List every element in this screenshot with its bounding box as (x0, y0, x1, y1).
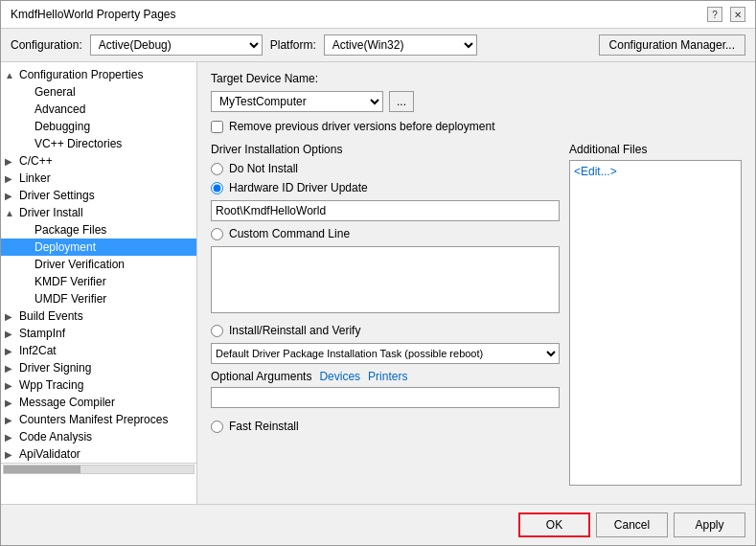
sidebar-item-label: StampInf (19, 327, 65, 340)
expand-icon: ▶ (5, 191, 16, 201)
radio-fast-reinstall-label: Fast Reinstall (229, 420, 299, 433)
sidebar-item-label: Advanced (34, 102, 85, 116)
sidebar-item-label: Linker (19, 171, 51, 185)
radio-custom-command[interactable] (211, 228, 223, 240)
optional-args-row: Optional Arguments Devices Printers (211, 370, 560, 383)
close-button[interactable]: ✕ (730, 7, 745, 22)
optional-args-label: Optional Arguments (211, 370, 311, 383)
sidebar-item-label: KMDF Verifier (34, 275, 106, 288)
sidebar-item-label: Code Analysis (19, 430, 92, 444)
sidebar-item-label: VC++ Directories (34, 137, 122, 150)
sidebar-item-message-compiler[interactable]: ▶ Message Compiler (1, 394, 196, 411)
sidebar-item-label: Deployment (34, 240, 96, 254)
expand-icon: ▶ (5, 311, 16, 322)
sidebar-item-api-validator[interactable]: ▶ ApiValidator (1, 445, 196, 463)
main-content: ▲ Configuration Properties General Advan… (1, 62, 755, 504)
target-device-select[interactable]: MyTestComputer (211, 91, 383, 112)
sidebar-item-counters-manifest[interactable]: ▶ Counters Manifest Preproces (1, 411, 196, 428)
sidebar-item-c-cpp[interactable]: ▶ C/C++ (1, 152, 196, 170)
radio-fast-reinstall[interactable] (211, 421, 223, 433)
sidebar-item-wpp-tracing[interactable]: ▶ Wpp Tracing (1, 376, 196, 394)
config-manager-button[interactable]: Configuration Manager... (599, 34, 745, 56)
sidebar-item-label: Message Compiler (19, 396, 115, 409)
cancel-button[interactable]: Cancel (596, 512, 668, 537)
sidebar-item-stampinf[interactable]: ▶ StampInf (1, 325, 196, 342)
expand-icon: ▶ (5, 173, 16, 184)
ok-button[interactable]: OK (518, 512, 590, 537)
sidebar-item-driver-settings[interactable]: ▶ Driver Settings (1, 187, 196, 204)
toolbar: Configuration: Active(Debug) Platform: A… (1, 29, 755, 62)
sidebar-item-config-properties[interactable]: ▲ Configuration Properties (1, 66, 196, 83)
sidebar-item-package-files[interactable]: Package Files (1, 221, 196, 239)
radio-install-reinstall-row: Install/Reinstall and Verify (211, 324, 560, 337)
sidebar-item-driver-signing[interactable]: ▶ Driver Signing (1, 359, 196, 376)
sidebar-hscrollbar[interactable] (1, 463, 196, 474)
install-task-select[interactable]: Default Driver Package Installation Task… (211, 343, 560, 364)
config-select[interactable]: Active(Debug) (90, 34, 263, 56)
sidebar-item-label: Configuration Properties (19, 68, 143, 81)
sidebar-item-kmdf-verifier[interactable]: KMDF Verifier (1, 273, 196, 290)
help-button[interactable]: ? (707, 7, 722, 22)
driver-install-options-label: Driver Installation Options (211, 143, 560, 156)
install-task-row: Default Driver Package Installation Task… (211, 343, 560, 364)
sidebar-item-label: General (34, 85, 76, 99)
radio-hardware-id[interactable] (211, 182, 223, 194)
sidebar-item-label: UMDF Verifier (34, 292, 106, 306)
sidebar-item-driver-install[interactable]: ▲ Driver Install (1, 204, 196, 221)
expand-icon: ▶ (5, 432, 16, 443)
additional-files-section: Additional Files <Edit...> (569, 143, 742, 486)
expand-icon: ▲ (5, 70, 16, 80)
devices-link[interactable]: Devices (319, 370, 360, 383)
sidebar-item-vc-directories[interactable]: VC++ Directories (1, 135, 196, 152)
sidebar-item-label: Driver Verification (34, 258, 125, 271)
expand-icon: ▶ (5, 398, 16, 408)
sidebar-item-build-events[interactable]: ▶ Build Events (1, 307, 196, 325)
remove-previous-checkbox[interactable] (211, 121, 223, 133)
expand-icon: ▶ (5, 156, 16, 167)
ellipsis-button[interactable]: ... (389, 91, 414, 112)
sidebar-item-code-analysis[interactable]: ▶ Code Analysis (1, 428, 196, 445)
sidebar-item-debugging[interactable]: Debugging (1, 118, 196, 135)
sidebar-item-driver-verification[interactable]: Driver Verification (1, 256, 196, 273)
radio-custom-command-label: Custom Command Line (229, 227, 350, 240)
radio-custom-command-row: Custom Command Line (211, 227, 560, 240)
sidebar-item-inf2cat[interactable]: ▶ Inf2Cat (1, 342, 196, 359)
sidebar: ▲ Configuration Properties General Advan… (1, 62, 197, 504)
sidebar-item-linker[interactable]: ▶ Linker (1, 170, 196, 187)
additional-files-box[interactable]: <Edit...> (569, 160, 742, 486)
title-bar-buttons: ? ✕ (707, 7, 745, 22)
radio-hardware-id-row: Hardware ID Driver Update (211, 181, 560, 194)
sidebar-item-label: ApiValidator (19, 447, 80, 461)
platform-select[interactable]: Active(Win32) (324, 34, 477, 56)
sidebar-item-label: Driver Signing (19, 361, 91, 375)
custom-command-textarea[interactable] (211, 246, 560, 313)
expand-icon: ▶ (5, 329, 16, 339)
section-group: Driver Installation Options Do Not Insta… (211, 143, 742, 486)
title-bar: KmdfHelloWorld Property Pages ? ✕ (1, 1, 755, 29)
printers-link[interactable]: Printers (368, 370, 407, 383)
dialog: KmdfHelloWorld Property Pages ? ✕ Config… (0, 0, 756, 546)
radio-do-not-install-row: Do Not Install (211, 162, 560, 175)
sidebar-item-umdf-verifier[interactable]: UMDF Verifier (1, 290, 196, 307)
target-device-row: MyTestComputer ... (211, 91, 742, 112)
additional-files-title: Additional Files (569, 143, 742, 156)
platform-label: Platform: (270, 38, 316, 52)
sidebar-item-general[interactable]: General (1, 83, 196, 101)
sidebar-item-label: Driver Settings (19, 189, 95, 202)
optional-args-input[interactable] (211, 387, 560, 408)
radio-hardware-id-label: Hardware ID Driver Update (229, 181, 368, 194)
apply-button[interactable]: Apply (674, 512, 745, 537)
sidebar-item-advanced[interactable]: Advanced (1, 101, 196, 118)
footer: OK Cancel Apply (1, 504, 755, 545)
sidebar-item-deployment[interactable]: Deployment (1, 239, 196, 256)
radio-do-not-install[interactable] (211, 163, 223, 175)
sidebar-item-label: Build Events (19, 309, 83, 323)
expand-icon: ▲ (5, 208, 16, 218)
radio-install-reinstall[interactable] (211, 325, 223, 337)
hardware-id-input[interactable]: Root\KmdfHelloWorld (211, 200, 560, 221)
expand-icon: ▶ (5, 380, 16, 391)
sidebar-item-label: Debugging (34, 120, 90, 133)
expand-icon: ▶ (5, 449, 16, 460)
target-device-label: Target Device Name: (211, 72, 742, 85)
driver-install-options: Driver Installation Options Do Not Insta… (211, 143, 560, 486)
